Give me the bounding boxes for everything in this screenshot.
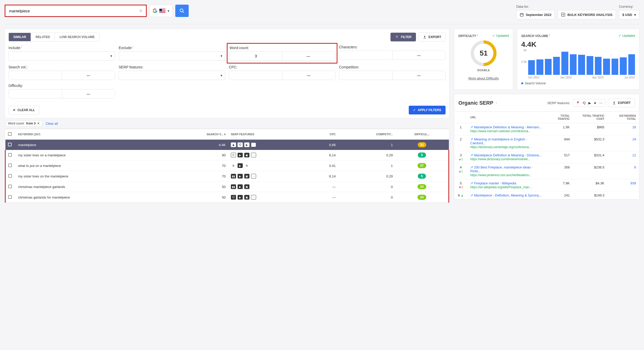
- more-difficulty-link[interactable]: More about Difficulty: [468, 76, 499, 80]
- serp-row[interactable]: 6 ▲ ↗ Mantelpiece - Definition, Meaning …: [454, 191, 639, 200]
- table-row[interactable]: mantelpiece 4.4K ◆⦂Q▶⋯ 0.66 1 51: [5, 140, 449, 150]
- filter-icon: [395, 35, 399, 39]
- external-link-icon[interactable]: ↗: [470, 137, 473, 141]
- cpc-range[interactable]: [229, 71, 335, 80]
- date-selector[interactable]: September 2022: [516, 10, 555, 19]
- search-input-wrap[interactable]: ✕: [5, 5, 147, 17]
- serp-title-link[interactable]: Fireplace mantel - Wikipedia: [474, 181, 516, 185]
- external-link-icon[interactable]: ↗: [470, 181, 473, 185]
- serp-row[interactable]: 4 ▲1 ↗ 200 Best Fireplace, mantelpiece i…: [454, 163, 639, 179]
- cpc-cell: 0.66: [308, 140, 338, 150]
- tab-low-volume[interactable]: LOW SEARCH VOLUME: [55, 33, 99, 41]
- serp-title-link[interactable]: Mantelpiece Definition & Meaning - Merri…: [474, 125, 542, 129]
- serp-title-link[interactable]: Mantelpiece Definition & Meaning - Dicti…: [474, 153, 542, 157]
- external-link-icon[interactable]: ↗: [470, 193, 473, 197]
- serp-icons-cell: ≡▶≡: [231, 163, 305, 168]
- search-input[interactable]: [9, 9, 139, 13]
- external-link-icon[interactable]: ↗: [470, 125, 473, 129]
- traffic-cell: 844: [546, 135, 573, 151]
- serp-row[interactable]: 2 ↗ Meaning of mantelpiece in English - …: [454, 135, 639, 151]
- clear-all-chips[interactable]: Clear all: [46, 122, 58, 125]
- serp-title-link[interactable]: 200 Best Fireplace, mantelpiece ideas - …: [470, 165, 533, 173]
- table-row[interactable]: christmas garlands for mantelpiece 50 ⦂Q…: [5, 192, 449, 203]
- table-row[interactable]: my sister lives on a mantelpiece 90 ©▶▣⋯…: [5, 150, 449, 160]
- keywords-link[interactable]: 19: [632, 137, 636, 141]
- difficulty-card: DIFFICULTY i ✓ Updated 51 DOABLE More ab…: [454, 29, 513, 89]
- search-list-icon: ⦂Q: [582, 101, 586, 105]
- close-icon[interactable]: ✕: [37, 122, 40, 125]
- serp-url[interactable]: https://en.wikipedia.org/wiki/Fireplace_…: [470, 185, 532, 189]
- external-link-icon[interactable]: ↗: [470, 165, 473, 169]
- serp-select[interactable]: ▾: [119, 71, 225, 80]
- clear-all-button[interactable]: ✕ CLEAR ALL: [8, 106, 39, 114]
- tab-similar[interactable]: SIMILAR: [9, 33, 31, 41]
- external-link-icon[interactable]: ↗: [470, 153, 473, 157]
- export-button[interactable]: EXPORT: [419, 33, 446, 41]
- tab-related[interactable]: RELATED: [31, 33, 55, 41]
- rank-cell: 1: [454, 123, 467, 135]
- table-row[interactable]: christmas mantelpiece garlands 50 ▮▮▶▣ —…: [5, 182, 449, 192]
- row-checkbox[interactable]: [8, 185, 12, 188]
- serp-row[interactable]: 1 ↗ Mantelpiece Definition & Meaning - M…: [454, 123, 639, 135]
- search-button[interactable]: [175, 5, 189, 17]
- serp-url[interactable]: https://www.dictionary.com/browse/mantel…: [470, 157, 530, 161]
- keywords-link[interactable]: 12: [632, 153, 636, 157]
- traffic-cell: 358: [546, 163, 573, 179]
- filter-button[interactable]: FILTER: [390, 33, 416, 41]
- wordcount-min[interactable]: [230, 52, 282, 60]
- table-row[interactable]: my sister lives on the mantelpiece 70 ▮▮…: [5, 171, 449, 182]
- searchvol-range[interactable]: [8, 71, 115, 80]
- search-vol-cell: 50: [165, 192, 228, 203]
- currency-selector[interactable]: $ USD ▾: [619, 10, 639, 19]
- apply-filters-button[interactable]: ✓ APPLY FILTERS: [409, 106, 446, 114]
- chevron-down-icon: ▾: [224, 133, 226, 136]
- row-checkbox[interactable]: [8, 174, 12, 178]
- serp-title-link[interactable]: Meaning of mantelpiece in English - Camb…: [470, 137, 527, 145]
- include-select[interactable]: ▾: [8, 51, 115, 61]
- exclude-select[interactable]: ▾: [119, 51, 225, 61]
- wordcount-range[interactable]: [230, 51, 335, 61]
- row-checkbox[interactable]: [8, 164, 12, 167]
- youtube-icon: ▶: [238, 163, 243, 168]
- star-icon: ★: [594, 101, 597, 105]
- cpc-cell: —: [308, 192, 338, 203]
- calendar-icon: [520, 13, 524, 17]
- row-checkbox[interactable]: [8, 195, 12, 199]
- keywords-link[interactable]: 939: [630, 181, 636, 185]
- image-icon: ▣: [244, 195, 249, 200]
- wordcount-max[interactable]: [282, 52, 335, 60]
- serp-url[interactable]: https://dictionary.cambridge.org/us/dict…: [470, 145, 531, 149]
- keywords-link[interactable]: 8: [634, 165, 636, 169]
- select-all-checkbox[interactable]: [8, 132, 12, 136]
- serp-feature-icons: 📍 ⦂Q ▶ ★ ⋯: [573, 99, 605, 107]
- row-checkbox[interactable]: [8, 143, 12, 146]
- keyword-cell: christmas mantelpiece garlands: [16, 182, 165, 192]
- rank-cell: 2: [454, 135, 467, 151]
- difficulty-range[interactable]: [8, 89, 115, 98]
- rank-cell: 5 ▼2: [454, 179, 467, 191]
- serp-url[interactable]: https://www.pinterest.com.au/cherillwatk…: [470, 173, 532, 177]
- row-checkbox[interactable]: [8, 153, 12, 157]
- table-row[interactable]: what to put on a mantelpiece 70 ≡▶≡ 0.41…: [5, 160, 449, 171]
- competition-cell: 1: [338, 140, 395, 150]
- competition-cell: 0: [338, 182, 395, 192]
- serp-title-link[interactable]: Mantelpiece - Definition, Meaning & Syno…: [474, 193, 542, 197]
- search-engine-selector[interactable]: ▾: [149, 5, 173, 17]
- serp-url[interactable]: https://www.merriam-webster.com/dictiona…: [470, 129, 531, 133]
- competition-cell: 0.29: [338, 171, 395, 182]
- competition-range[interactable]: [339, 71, 446, 80]
- cost-cell: $532.3: [573, 135, 607, 151]
- bulk-analysis-button[interactable]: BULK KEYWORD ANALYSIS: [558, 10, 616, 19]
- characters-range[interactable]: [339, 51, 446, 60]
- keywords-link[interactable]: 18: [632, 125, 636, 129]
- search-vol-cell: 90: [165, 150, 228, 160]
- google-icon: [153, 8, 157, 13]
- more-icon: ⋯: [251, 195, 256, 200]
- top-right-controls: Data for: September 2022 BULK KEYWORD AN…: [516, 5, 639, 19]
- cpc-cell: 0.41: [308, 160, 338, 171]
- serp-row[interactable]: 5 ▼2 ↗ Fireplace mantel - Wikipediahttps…: [454, 179, 639, 191]
- filter-chip-wordcount[interactable]: Word count: from 3 ✕: [6, 120, 42, 127]
- clear-search-icon[interactable]: ✕: [139, 8, 142, 13]
- serp-row[interactable]: 3 ▲1 ↗ Mantelpiece Definition & Meaning …: [454, 151, 639, 163]
- serp-export-button[interactable]: EXPORT: [608, 98, 635, 107]
